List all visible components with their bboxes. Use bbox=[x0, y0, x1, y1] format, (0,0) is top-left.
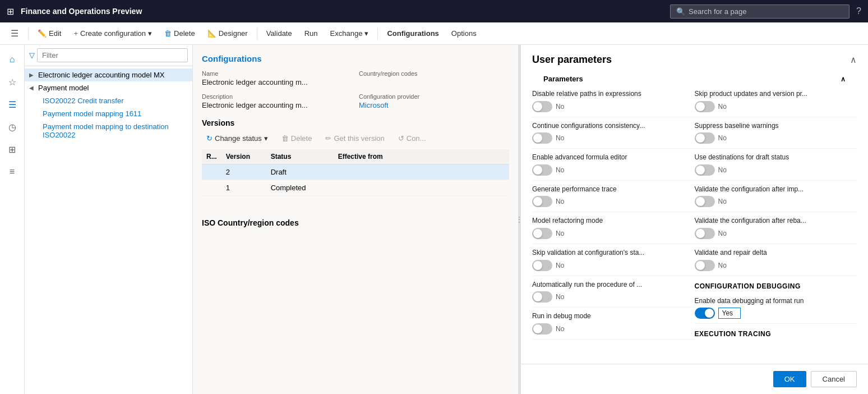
toggle-thumb bbox=[533, 292, 542, 301]
complete-button[interactable]: ↺ Con... bbox=[394, 132, 431, 145]
command-bar: ☰ ✏️ Edit + Create configuration ▾ 🗑 Del… bbox=[0, 22, 868, 45]
versions-delete-button[interactable]: 🗑 Delete bbox=[277, 132, 317, 145]
toggle-validate-repair[interactable] bbox=[695, 260, 715, 271]
param-control-model-refactoring: No bbox=[532, 228, 695, 239]
exchange-button[interactable]: Exchange ▾ bbox=[325, 26, 375, 41]
validate-button[interactable]: Validate bbox=[261, 26, 298, 41]
debug-yes-input[interactable] bbox=[718, 308, 741, 319]
toggle-suppress-baseline[interactable] bbox=[695, 132, 715, 144]
tree-item-electronic-ledger[interactable]: ▶ Electronic ledger accounting model MX bbox=[25, 68, 192, 81]
toggle-auto-run[interactable] bbox=[532, 291, 552, 303]
delete-button[interactable]: 🗑 Delete bbox=[159, 26, 201, 41]
name-field: Name Electronic ledger accounting m... bbox=[202, 70, 352, 86]
toggle-model-refactoring[interactable] bbox=[532, 228, 552, 239]
toggle-validate-after-imp[interactable] bbox=[695, 196, 715, 207]
provider-label: Configuration provider bbox=[359, 93, 509, 100]
cell-r-1 bbox=[202, 180, 221, 196]
param-control-use-destinations: No bbox=[695, 164, 857, 176]
param-validate-after-imp: Validate the configuration after imp... … bbox=[695, 181, 857, 213]
tree-arrow-payment: ◀ bbox=[29, 85, 36, 91]
separator-3 bbox=[377, 28, 378, 39]
get-this-version-button[interactable]: ✏ Get this version bbox=[321, 132, 389, 145]
param-validate-after-reba: Validate the configuration after reba...… bbox=[695, 212, 857, 244]
get-version-icon: ✏ bbox=[325, 134, 331, 143]
nav-clock-icon[interactable]: ◷ bbox=[2, 117, 22, 137]
tree-item-iso20022[interactable]: ISO20022 Credit transfer bbox=[25, 94, 192, 107]
param-control-continue-consistency: No bbox=[532, 132, 695, 144]
param-control-validate-after-imp: No bbox=[695, 196, 857, 207]
description-field: Description Electronic ledger accounting… bbox=[202, 93, 352, 109]
content-area: Configurations Name Electronic ledger ac… bbox=[193, 45, 518, 394]
toggle-use-destinations[interactable] bbox=[695, 164, 715, 176]
toggle-thumb bbox=[696, 134, 705, 143]
version-row-1[interactable]: 1 Completed bbox=[202, 180, 509, 196]
nav-star-icon[interactable]: ☆ bbox=[2, 72, 22, 92]
create-chevron-icon: ▾ bbox=[148, 29, 152, 38]
nav-list-icon[interactable]: ☰ bbox=[2, 94, 22, 114]
waffle-icon[interactable]: ⊞ bbox=[7, 6, 14, 17]
param-control-run-debug: No bbox=[532, 323, 695, 335]
toggle-thumb bbox=[533, 134, 542, 143]
version-row-2[interactable]: 2 Draft bbox=[202, 164, 509, 180]
edit-button[interactable]: ✏️ Edit bbox=[32, 26, 67, 41]
toggle-value-continue-consistency: No bbox=[556, 134, 564, 142]
nav-home-icon[interactable]: ⌂ bbox=[2, 49, 22, 70]
search-input[interactable] bbox=[689, 7, 843, 16]
nav-hamburger[interactable]: ☰ bbox=[4, 24, 25, 44]
filter-input[interactable] bbox=[37, 48, 188, 62]
edit-icon: ✏️ bbox=[38, 29, 47, 38]
param-label-validate-repair: Validate and repair delta bbox=[695, 249, 857, 258]
toggle-enable-debug[interactable] bbox=[695, 308, 715, 319]
toggle-thumb bbox=[696, 102, 705, 111]
toggle-skip-validation[interactable] bbox=[532, 260, 552, 271]
tree-label-payment-mapping-1611: Payment model mapping 1611 bbox=[43, 109, 141, 118]
nav-menu-icon[interactable]: ≡ bbox=[2, 162, 22, 182]
ok-button[interactable]: OK bbox=[773, 371, 806, 387]
toggle-value-enable-advanced: No bbox=[556, 166, 564, 174]
change-status-chevron: ▾ bbox=[264, 134, 268, 143]
param-control-suppress-baseline: No bbox=[695, 132, 857, 144]
toggle-thumb bbox=[533, 197, 542, 206]
search-bar[interactable]: 🔍 bbox=[670, 4, 849, 19]
toggle-value-skip-product: No bbox=[718, 103, 727, 111]
run-button[interactable]: Run bbox=[299, 26, 324, 41]
rp-close-icon[interactable]: ∧ bbox=[850, 54, 857, 65]
description-value: Electronic ledger accounting m... bbox=[202, 101, 308, 109]
toggle-continue-consistency[interactable] bbox=[532, 132, 552, 144]
toggle-generate-perf[interactable] bbox=[532, 196, 552, 207]
nav-grid-icon[interactable]: ⊞ bbox=[2, 139, 22, 159]
tree-label-payment: Payment model bbox=[38, 84, 89, 92]
tree-item-payment-mapping-1611[interactable]: Payment model mapping 1611 bbox=[25, 107, 192, 120]
help-icon[interactable]: ? bbox=[856, 6, 861, 16]
toggle-run-debug[interactable] bbox=[532, 323, 552, 335]
toggle-thumb bbox=[533, 102, 542, 111]
toggle-thumb bbox=[533, 166, 542, 175]
cell-r-2 bbox=[202, 164, 221, 180]
change-status-button[interactable]: ↻ Change status ▾ bbox=[202, 132, 273, 145]
toggle-skip-product[interactable] bbox=[695, 101, 715, 112]
content-scroll: Configurations Name Electronic ledger ac… bbox=[193, 45, 518, 394]
tree-item-payment-mapping-dest[interactable]: Payment model mapping to destination ISO… bbox=[25, 120, 192, 141]
param-skip-product: Skip product updates and version pr... N… bbox=[695, 85, 857, 117]
param-control-generate-perf: No bbox=[532, 196, 695, 207]
toggle-validate-after-reba[interactable] bbox=[695, 228, 715, 239]
app-title: Finance and Operations Preview bbox=[21, 7, 663, 16]
create-icon: + bbox=[73, 29, 78, 38]
configs-section-title: Configurations bbox=[202, 54, 509, 63]
tree-label-iso20022: ISO20022 Credit transfer bbox=[43, 97, 124, 105]
designer-button[interactable]: 📐 Designer bbox=[202, 26, 253, 41]
rp-collapse-icon[interactable]: ∧ bbox=[841, 75, 846, 83]
toggle-value-validate-after-reba: No bbox=[718, 230, 727, 237]
cancel-button[interactable]: Cancel bbox=[811, 371, 857, 387]
param-skip-validation: Skip validation at configuration's sta..… bbox=[532, 244, 695, 276]
create-config-button[interactable]: + Create configuration ▾ bbox=[68, 26, 158, 41]
name-label: Name bbox=[202, 70, 352, 77]
tree-item-payment-model[interactable]: ◀ Payment model bbox=[25, 81, 192, 94]
refresh-icon: ↻ bbox=[206, 134, 213, 143]
options-button[interactable]: Options bbox=[446, 26, 482, 41]
toggle-enable-advanced[interactable] bbox=[532, 164, 552, 176]
toggle-value-run-debug: No bbox=[556, 325, 564, 333]
toggle-thumb bbox=[533, 261, 542, 270]
configurations-button[interactable]: Configurations bbox=[381, 26, 444, 41]
toggle-disable-relative[interactable] bbox=[532, 101, 552, 112]
